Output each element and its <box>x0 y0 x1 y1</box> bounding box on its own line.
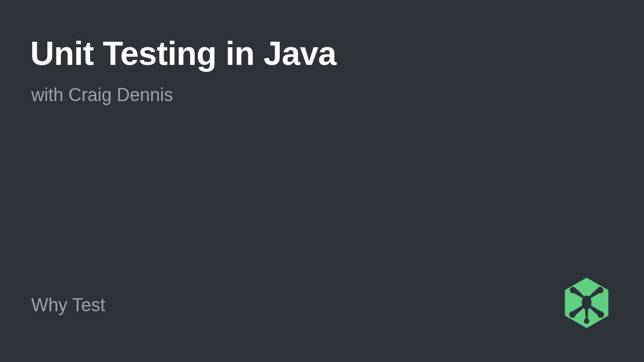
svg-point-1 <box>570 287 577 294</box>
svg-point-4 <box>598 311 604 318</box>
svg-point-2 <box>597 287 604 294</box>
treehouse-logo-icon <box>559 277 614 331</box>
slide-subtitle: with Craig Dennis <box>31 84 173 106</box>
svg-point-3 <box>569 311 576 318</box>
slide-title: Unit Testing in Java <box>30 34 337 72</box>
slide-footer-text: Why Test <box>31 295 105 316</box>
svg-point-5 <box>584 318 590 324</box>
